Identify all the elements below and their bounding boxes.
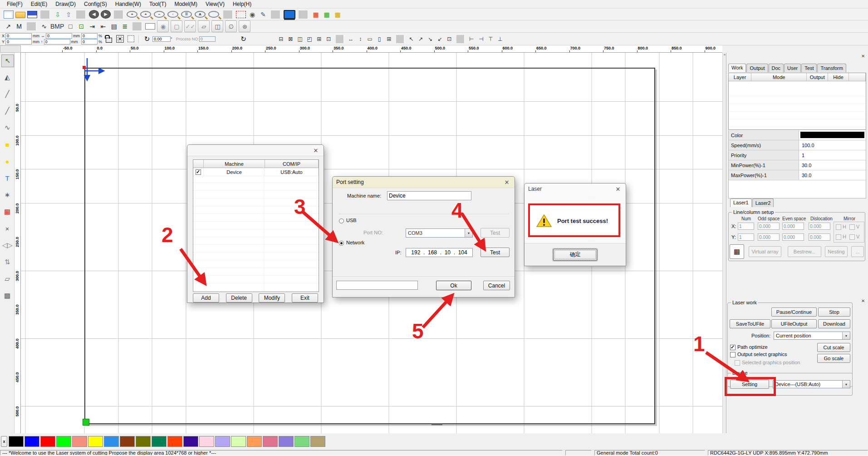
height-input[interactable] — [44, 39, 70, 45]
tool-bezier[interactable]: ∿ — [1, 122, 13, 134]
exit-button[interactable]: Exit — [292, 293, 318, 302]
tool-mirror-vertical[interactable]: ⇅ — [1, 256, 13, 268]
modify-button[interactable]: Modify — [259, 293, 285, 302]
open-file-icon[interactable] — [15, 12, 25, 18]
y-dislocation-input[interactable] — [809, 233, 830, 241]
machine-name-input[interactable] — [387, 191, 471, 200]
tool-polyline[interactable]: ╱ — [1, 105, 13, 117]
tool-ellipse[interactable]: ● — [1, 155, 13, 167]
align-top-left-icon[interactable]: ↖ — [407, 35, 415, 44]
go-scale-button[interactable]: Go scale — [817, 354, 850, 363]
test-network-button[interactable]: Test — [481, 248, 510, 257]
lock-ratio-icon[interactable] — [104, 35, 113, 44]
tool-text[interactable]: T — [1, 172, 13, 184]
mirror-h-x-checkbox[interactable] — [836, 224, 841, 230]
undo-icon[interactable]: ◀ — [89, 10, 99, 19]
tool-grid-array[interactable]: ▦ — [1, 206, 13, 218]
cancel-button[interactable]: Cancel — [483, 281, 510, 290]
scale-y-input[interactable] — [81, 39, 98, 45]
color-swatch[interactable] — [152, 436, 167, 447]
select-frame-icon[interactable] — [236, 11, 246, 18]
zoom-pan-icon[interactable]: + — [127, 11, 137, 18]
preview-monitor-icon[interactable] — [284, 10, 295, 19]
zoom-select-icon[interactable] — [208, 11, 219, 18]
x-position-input[interactable] — [5, 33, 32, 39]
curve-icon[interactable]: ∿ — [39, 22, 49, 31]
output-select-checkbox[interactable] — [730, 352, 736, 357]
process-no-input[interactable] — [199, 36, 216, 42]
selected-graphics-position-checkbox[interactable] — [735, 360, 740, 366]
camera-icon[interactable]: ◉ — [157, 20, 169, 32]
kerf-out-icon[interactable]: ⇤ — [98, 22, 108, 31]
device-table[interactable]: Machine COM/IP Device USB:Auto — [193, 159, 319, 292]
dock-close-icon[interactable]: ✕ — [861, 298, 865, 303]
column-header[interactable]: Layer — [729, 73, 751, 81]
position-combo[interactable]: Current position▼ — [774, 332, 850, 340]
dialog-title-bar[interactable]: Port setting ✕ — [333, 177, 515, 188]
menu-item[interactable]: Tool(T) — [145, 0, 170, 8]
color-swatch[interactable] — [56, 436, 71, 447]
mirror-top-icon[interactable]: ⊠ — [287, 35, 294, 44]
no-color-button[interactable]: x — [1, 436, 7, 447]
angle-input[interactable] — [152, 36, 171, 42]
simulate-red-icon[interactable]: ▦ — [311, 10, 320, 19]
y-position-input[interactable] — [5, 39, 32, 45]
tool-mirror-horizontal[interactable]: ◁▷ — [1, 239, 13, 251]
v-space-icon[interactable]: ↕ — [357, 35, 364, 44]
ufile-output-button[interactable]: UFileOutput — [771, 319, 817, 328]
color-swatch[interactable] — [247, 436, 262, 447]
dock-close-icon[interactable]: ✕ — [861, 54, 865, 59]
machine-column-header[interactable]: Machine — [204, 160, 265, 168]
print-icon[interactable]: ▤ — [109, 22, 118, 31]
color-swatch[interactable] — [72, 436, 87, 447]
y-odd-input[interactable] — [758, 233, 780, 241]
zoom-all-icon[interactable]: ⠿ — [181, 11, 192, 18]
color-swatch[interactable] — [167, 436, 182, 447]
setting-button[interactable]: Setting — [730, 380, 769, 389]
align-center-icon[interactable]: ⊡ — [446, 35, 453, 44]
node-edit-icon[interactable]: ⊡ — [77, 22, 86, 31]
h-space-icon[interactable]: ↔ — [347, 35, 355, 44]
tool-rectangle[interactable]: ■ — [1, 139, 13, 150]
stop-button[interactable]: Stop — [818, 307, 850, 317]
export-icon[interactable]: ⇧ — [64, 10, 73, 19]
menu-item[interactable]: File(F) — [3, 0, 27, 8]
tab-doc[interactable]: Doc — [769, 64, 784, 72]
property-row[interactable]: MaxPower(%)-1 30.0 — [729, 170, 866, 180]
dim-right-icon[interactable]: ⊣ — [477, 35, 485, 44]
dim-bottom-icon[interactable]: ⊥ — [496, 35, 504, 44]
marquee-icon[interactable]: ▢ — [171, 20, 182, 32]
bmp-icon[interactable]: BMP — [50, 22, 64, 31]
x-odd-input[interactable] — [758, 223, 780, 230]
mirror-v-y-checkbox[interactable] — [849, 234, 855, 240]
ok-button[interactable]: Ok — [436, 281, 471, 290]
track-point-icon[interactable]: ◉ — [248, 10, 257, 19]
laser-pick-icon[interactable]: ↗ — [4, 22, 13, 31]
save-to-ufile-button[interactable]: SaveToUFile — [730, 319, 770, 328]
align-bottom-left-icon[interactable]: ↙ — [436, 35, 444, 44]
network-radio[interactable] — [339, 241, 344, 246]
virtual-array-button[interactable]: Virtual array — [749, 246, 781, 257]
dialog-title-bar[interactable]: Laser ✕ — [525, 183, 626, 194]
vertical-ruler[interactable]: 50.0100.0150.0200.0250.0300.0350.0400.04… — [15, 53, 21, 433]
flatten-v-icon[interactable]: ◫ — [296, 35, 304, 44]
tab-work[interactable]: Work — [728, 64, 746, 72]
close-icon[interactable]: ✕ — [614, 186, 622, 193]
menu-item[interactable]: Edit(E) — [27, 0, 52, 8]
anchor-point-selector[interactable] — [115, 35, 124, 44]
tool-select[interactable]: ↖ — [1, 55, 14, 67]
tool-line[interactable]: ╱ — [1, 88, 13, 100]
x-even-input[interactable] — [782, 223, 804, 230]
dim-left-icon[interactable]: ⊢ — [468, 35, 476, 44]
tool-array-copy[interactable]: ▩ — [1, 290, 13, 302]
device-checkbox[interactable] — [196, 169, 201, 175]
pause-continue-button[interactable]: Pause/Continue — [771, 307, 817, 317]
scale-x-input[interactable] — [81, 33, 98, 39]
cut-scale-button[interactable]: Cut scale — [817, 343, 850, 352]
color-swatch[interactable] — [104, 436, 119, 447]
color-swatch[interactable] — [25, 436, 39, 447]
tab-output[interactable]: Output — [746, 64, 768, 72]
chevron-down-icon[interactable]: ▼ — [842, 381, 850, 388]
menu-item[interactable]: Model(M) — [170, 0, 201, 8]
rect-outline-icon[interactable]: □ — [66, 22, 75, 31]
